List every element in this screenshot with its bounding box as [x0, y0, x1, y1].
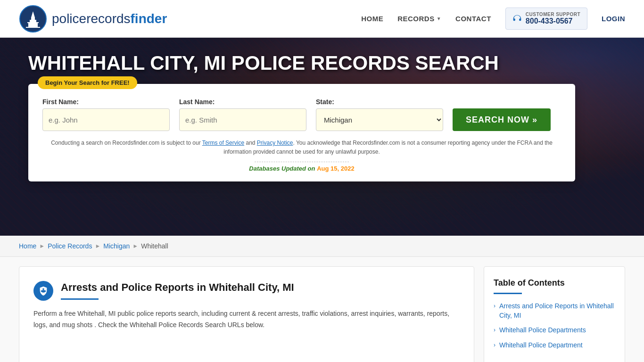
- breadcrumb-sep-3: ►: [132, 243, 138, 249]
- logo-text: policerecordsfinder: [52, 11, 167, 26]
- hero-title: WHITEHALL CITY, MI POLICE RECORDS SEARCH: [28, 52, 499, 74]
- first-name-input[interactable]: [42, 108, 170, 131]
- toc-link[interactable]: Whitehall Police Department: [499, 341, 583, 350]
- toc-divider: [494, 293, 522, 294]
- table-of-contents: Table of Contents › Arrests and Police R…: [484, 266, 625, 362]
- breadcrumb-sep-1: ►: [39, 243, 45, 249]
- article-section: Arrests and Police Reports in Whitehall …: [19, 266, 474, 362]
- main-content: Arrests and Police Reports in Whitehall …: [0, 257, 644, 362]
- toc-link[interactable]: Whitehall Police Departments: [499, 326, 586, 335]
- db-updated: Databases Updated on Aug 15, 2022: [42, 165, 561, 172]
- badge-icon: [33, 281, 53, 301]
- toc-link[interactable]: Arrests and Police Reports in Whitehall …: [499, 302, 615, 320]
- nav: HOME RECORDS ▼ CONTACT CUSTOMER SUPPORT …: [361, 8, 625, 30]
- chevron-down-icon: ▼: [437, 16, 441, 21]
- svg-rect-1: [28, 23, 38, 27]
- toc-chevron-icon: ›: [494, 303, 495, 309]
- article-body: Perform a free Whitehall, MI public poli…: [33, 308, 460, 331]
- first-name-group: First Name:: [42, 98, 170, 131]
- search-box: Begin Your Search for FREE! First Name: …: [28, 84, 575, 181]
- breadcrumb-home[interactable]: Home: [19, 242, 36, 250]
- toc-chevron-icon: ›: [494, 342, 495, 348]
- breadcrumb-current: Whitehall: [141, 242, 168, 250]
- toc-chevron-icon: ›: [494, 327, 495, 333]
- db-updated-label: Databases Updated on: [249, 165, 317, 172]
- article-title-area: Arrests and Police Reports in Whitehall …: [61, 281, 294, 300]
- last-name-label: Last Name:: [179, 98, 306, 106]
- support-text: CUSTOMER SUPPORT 800-433-0567: [526, 12, 580, 25]
- article-header: Arrests and Police Reports in Whitehall …: [33, 281, 460, 301]
- toc-items: › Arrests and Police Reports in Whitehal…: [494, 302, 615, 350]
- search-fields: First Name: Last Name: State: Michigan A…: [42, 98, 561, 131]
- hero-section: WHITEHALL CITY, MI POLICE RECORDS SEARCH…: [0, 38, 644, 236]
- svg-rect-5: [27, 22, 39, 23]
- free-badge: Begin Your Search for FREE!: [38, 76, 137, 89]
- state-group: State: Michigan Alabama Alaska Arizona C…: [316, 98, 443, 131]
- first-name-label: First Name:: [42, 98, 170, 106]
- header: policerecordsfinder HOME RECORDS ▼ CONTA…: [0, 0, 644, 38]
- toc-item[interactable]: › Whitehall Police Department: [494, 341, 615, 350]
- support-number: 800-433-0567: [526, 17, 580, 25]
- disclaimer-text: Conducting a search on Recordsfinder.com…: [42, 139, 561, 156]
- state-label: State:: [316, 98, 443, 106]
- svg-rect-3: [31, 17, 35, 20]
- logo-area: policerecordsfinder: [19, 5, 167, 33]
- headphone-icon: [512, 14, 522, 24]
- nav-login[interactable]: LOGIN: [602, 15, 625, 23]
- customer-support: CUSTOMER SUPPORT 800-433-0567: [505, 8, 587, 30]
- nav-home[interactable]: HOME: [361, 15, 383, 23]
- article-title: Arrests and Police Reports in Whitehall …: [61, 281, 294, 295]
- svg-rect-6: [26, 27, 40, 28]
- privacy-link[interactable]: Privacy Notice: [257, 140, 293, 146]
- article-underline: [61, 298, 99, 300]
- search-button[interactable]: SEARCH NOW »: [453, 108, 551, 131]
- breadcrumb-police-records[interactable]: Police Records: [48, 242, 92, 250]
- tos-link[interactable]: Terms of Service: [202, 140, 244, 146]
- breadcrumb: Home ► Police Records ► Michigan ► White…: [0, 236, 644, 257]
- db-updated-date: Aug 15, 2022: [317, 165, 355, 172]
- last-name-group: Last Name:: [179, 98, 306, 131]
- nav-contact[interactable]: CONTACT: [455, 15, 491, 23]
- state-select[interactable]: Michigan Alabama Alaska Arizona Californ…: [316, 108, 443, 131]
- last-name-input[interactable]: [179, 108, 306, 131]
- support-label: CUSTOMER SUPPORT: [526, 12, 580, 17]
- logo-icon: [19, 5, 47, 33]
- toc-item[interactable]: › Whitehall Police Departments: [494, 326, 615, 335]
- divider: [255, 162, 349, 162]
- shield-badge-icon: [38, 286, 49, 296]
- toc-item[interactable]: › Arrests and Police Reports in Whitehal…: [494, 302, 615, 320]
- breadcrumb-michigan[interactable]: Michigan: [103, 242, 130, 250]
- breadcrumb-sep-2: ►: [95, 243, 100, 249]
- nav-records[interactable]: RECORDS ▼: [397, 15, 441, 23]
- toc-title: Table of Contents: [494, 278, 615, 288]
